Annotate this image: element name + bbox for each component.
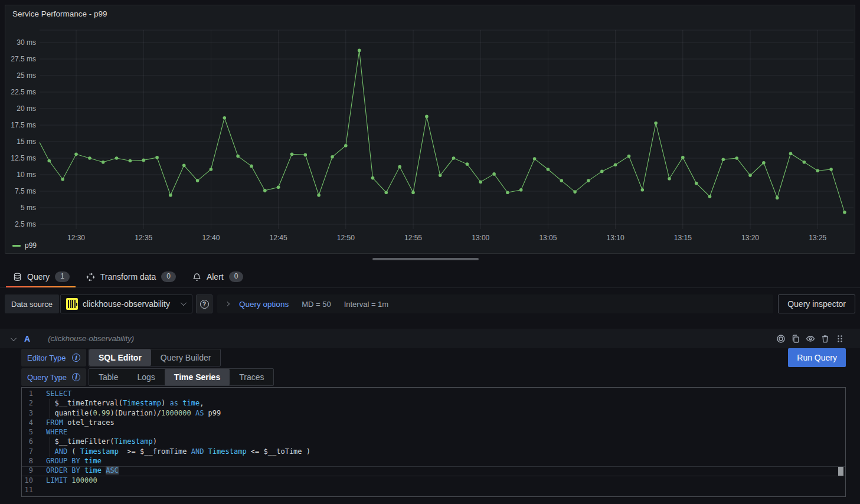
sql-token: p99 (204, 409, 221, 417)
code-line[interactable]: 10LIMIT 100000 (22, 476, 845, 486)
line-number: 9 (22, 466, 33, 476)
editor-type-query-builder[interactable]: Query Builder (151, 349, 221, 366)
series-point (236, 155, 240, 158)
info-icon[interactable]: i (72, 354, 80, 362)
series-point (789, 152, 793, 155)
query-options-link[interactable]: Query options (239, 300, 289, 309)
drag-handle-icon[interactable] (835, 334, 845, 343)
code-line[interactable]: 1SELECT (22, 390, 845, 399)
duplicate-query-icon[interactable] (791, 334, 800, 343)
datasource-help-button[interactable]: ? (196, 294, 212, 313)
sql-token: Timestamp (123, 399, 161, 407)
code-line[interactable]: 5WHERE (22, 428, 845, 437)
code-line[interactable]: 4FROM otel_traces (22, 418, 845, 428)
code-line[interactable]: 2 $__timeInterval(Timestamp) as time, (22, 399, 845, 408)
series-point (358, 49, 361, 53)
series-point (115, 156, 119, 160)
y-tick-label: 22.5 ms (11, 88, 36, 96)
code-line[interactable]: 7 AND ( Timestamp >= $__fromTime AND Tim… (22, 447, 845, 457)
sql-token: $__timeFilter( (46, 437, 115, 446)
code-line[interactable]: 8GROUP BY time (22, 457, 845, 466)
series-point (654, 122, 658, 125)
series-point (182, 164, 186, 168)
code-line[interactable]: 3 quantile(0.99)(Duration)/1000000 AS p9… (22, 409, 845, 418)
tab-query-badge: 1 (55, 271, 70, 282)
hide-response-eye-icon[interactable] (806, 334, 815, 343)
run-query-button[interactable]: Run Query (788, 348, 846, 367)
series-point (169, 194, 172, 197)
code-line[interactable]: 9ORDER BY time ASC (22, 466, 845, 476)
tab-alert[interactable]: Alert 0 (184, 266, 251, 287)
editor-type-label: Editor Type i (21, 349, 86, 366)
series-point (88, 156, 91, 160)
query-inspector-button[interactable]: Query inspector (778, 294, 855, 313)
query-row-header[interactable]: A (clickhouse-observability) (0, 329, 860, 348)
series-point (492, 172, 496, 176)
datasource-name: clickhouse-observability (83, 299, 176, 309)
series-point (843, 211, 846, 214)
sql-token: Timestamp (80, 447, 119, 456)
series-point (695, 182, 698, 185)
sql-token: ) (161, 399, 169, 407)
info-icon[interactable]: i (72, 373, 80, 381)
series-point (102, 161, 105, 164)
query-type-row: Query Type i Table Logs Time Series Trac… (21, 368, 274, 386)
series-point (829, 168, 833, 171)
sql-token: , (200, 399, 204, 407)
query-toolbar: Data source clickhouse-observability ? Q… (5, 294, 855, 313)
tab-transform-label: Transform data (100, 272, 156, 282)
y-tick-label: 15 ms (17, 138, 36, 146)
sql-token: ASC (106, 466, 119, 474)
line-number: 5 (22, 428, 33, 437)
tab-transform-badge: 0 (161, 271, 176, 282)
tab-query[interactable]: Query 1 (5, 266, 78, 287)
code-line[interactable]: 6 $__timeFilter(Timestamp) (22, 437, 845, 447)
datasource-picker[interactable]: clickhouse-observability (60, 294, 192, 313)
series-point (748, 174, 752, 177)
x-tick-label: 13:10 (607, 234, 624, 242)
line-number: 11 (22, 486, 33, 495)
series-point (479, 181, 482, 184)
x-tick-label: 12:55 (404, 234, 422, 242)
panel-title[interactable]: Service Performance - p99 (12, 9, 107, 18)
legend-item-p99[interactable]: p99 (12, 241, 37, 250)
series-point (250, 165, 253, 168)
delete-query-trash-icon[interactable] (820, 334, 830, 343)
sql-token (191, 409, 195, 417)
sql-token: time (182, 399, 200, 407)
series-point (344, 144, 348, 148)
sql-token (204, 447, 208, 456)
code-line[interactable]: 11 (22, 486, 845, 495)
series-point (48, 159, 51, 163)
clickhouse-logo-icon (66, 298, 78, 310)
series-point (681, 156, 685, 159)
query-type-logs[interactable]: Logs (127, 369, 164, 385)
bell-icon (192, 273, 201, 282)
query-type-traces[interactable]: Traces (230, 369, 273, 385)
series-point (129, 159, 132, 163)
x-tick-label: 12:35 (135, 234, 152, 242)
disable-query-icon[interactable] (776, 334, 786, 343)
collapse-chevron-icon[interactable] (11, 335, 17, 341)
series-point (277, 186, 280, 189)
y-tick-label: 2.5 ms (15, 220, 36, 228)
y-tick-label: 10 ms (17, 171, 36, 179)
query-type-time-series[interactable]: Time Series (165, 369, 230, 385)
chevron-right-icon[interactable] (225, 302, 230, 306)
series-point (547, 168, 550, 171)
pane-resize-handle[interactable] (372, 258, 479, 260)
series-point (61, 178, 64, 181)
series-point (587, 179, 590, 182)
series-point (466, 162, 469, 166)
series-point (263, 189, 267, 192)
editor-type-sql-editor[interactable]: SQL Editor (89, 349, 151, 366)
tab-transform-data[interactable]: Transform data 0 (78, 266, 184, 287)
series-point (142, 159, 145, 162)
sql-editor[interactable]: 1SELECT2 $__timeInterval(Timestamp) as t… (21, 387, 846, 497)
sql-token: Timestamp (208, 447, 247, 456)
query-type-table[interactable]: Table (89, 369, 127, 385)
sql-token: time (84, 466, 102, 474)
query-ref-id: A (24, 334, 30, 343)
tab-query-label: Query (27, 272, 50, 282)
query-type-label: Query Type i (21, 368, 86, 386)
